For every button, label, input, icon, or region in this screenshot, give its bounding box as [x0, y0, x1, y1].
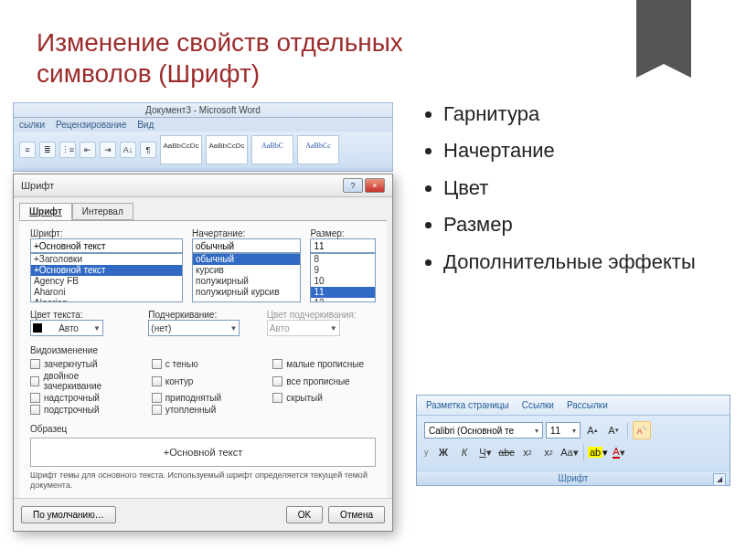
list-item[interactable]: 9	[311, 265, 375, 276]
tab-font[interactable]: Шрифт	[19, 203, 72, 220]
color-swatch-icon	[33, 323, 42, 333]
indent-decrease-icon[interactable]: ⇤	[80, 142, 96, 158]
effects-label: Видоизменение	[30, 345, 376, 355]
bookmark-decoration	[636, 0, 691, 64]
change-case-icon[interactable]: Aa▾	[560, 443, 579, 461]
combo-value: Авто	[270, 323, 290, 333]
label-color: Цвет текста:	[30, 310, 139, 320]
chevron-down-icon: ▾	[535, 427, 538, 435]
chevron-down-icon: ▼	[93, 324, 101, 333]
style-preview[interactable]: AaBbC	[251, 135, 293, 164]
word-ribbon: Документ3 - Microsoft Word сылки Рецензи…	[13, 102, 393, 172]
close-button[interactable]: ×	[365, 178, 385, 193]
bullet-item: Размер	[443, 213, 718, 237]
list-item[interactable]: +Заголовки	[31, 254, 182, 265]
ribbon-tab[interactable]: сылки	[19, 120, 45, 130]
style-input[interactable]	[192, 238, 301, 253]
strikethrough-icon[interactable]: abc	[497, 443, 516, 461]
underline-color-combo: Авто ▼	[267, 320, 340, 336]
superscript-icon[interactable]: x2	[539, 443, 558, 461]
list-multilevel-icon[interactable]: ⋮≡	[59, 142, 76, 158]
font-color-combo[interactable]: Авто ▼	[30, 320, 103, 336]
shrink-font-icon[interactable]: A▾	[604, 421, 623, 439]
clipboard-edge: у	[424, 448, 432, 457]
checkbox-shadow[interactable]: с тенью	[152, 359, 255, 369]
highlight-icon[interactable]: ab▾	[589, 443, 607, 461]
font-family-combo[interactable]: Calibri (Основной те ▾	[424, 422, 543, 438]
window-title: Документ3 - Microsoft Word	[14, 103, 392, 118]
help-button[interactable]: ?	[343, 178, 363, 193]
style-preview[interactable]: AaBbCcDc	[160, 135, 202, 164]
list-item[interactable]: полужирный курсив	[193, 287, 300, 298]
list-item[interactable]: обычный	[193, 254, 300, 265]
list-item[interactable]: полужирный	[193, 276, 300, 287]
label-size: Размер:	[310, 228, 376, 238]
bold-icon[interactable]: Ж	[434, 443, 453, 461]
default-button[interactable]: По умолчанию…	[21, 506, 116, 523]
font-input[interactable]	[30, 238, 183, 253]
underline-icon[interactable]: Ч▾	[476, 443, 495, 461]
bullet-item: Начертание	[443, 139, 718, 163]
checkbox-double-strike[interactable]: двойное зачеркивание	[30, 371, 133, 391]
list-item[interactable]: Aharoni	[31, 287, 182, 298]
bullet-list: Гарнитура Начертание Цвет Размер Дополни…	[425, 102, 718, 287]
checkbox-strikethrough[interactable]: зачеркнутый	[30, 359, 133, 369]
font-size-combo[interactable]: 11 ▾	[546, 422, 581, 438]
grow-font-icon[interactable]: A▴	[583, 421, 602, 439]
sample-label: Образец	[30, 424, 376, 434]
list-item[interactable]: 12	[311, 298, 375, 302]
size-list[interactable]: 8 9 10 11 12	[310, 253, 376, 302]
bullet-item: Цвет	[443, 176, 718, 200]
checkbox-superscript[interactable]: надстрочный	[30, 393, 133, 403]
italic-icon[interactable]: К	[455, 443, 474, 461]
font-color-icon[interactable]: A▾	[610, 443, 628, 461]
checkbox-subscript[interactable]: подстрочный	[30, 405, 133, 415]
cancel-button[interactable]: Отмена	[328, 506, 385, 523]
list-item[interactable]: 11	[311, 287, 375, 298]
list-item[interactable]: Agency FB	[31, 276, 182, 287]
ok-button[interactable]: OK	[286, 506, 323, 523]
underline-combo[interactable]: (нет) ▼	[148, 320, 240, 336]
ribbon-tabs: сылки Рецензирование Вид	[14, 118, 392, 132]
list-item[interactable]: 8	[311, 254, 375, 265]
ribbon-tab[interactable]: Рассылки	[567, 400, 608, 410]
label-underline: Подчеркивание:	[148, 310, 257, 320]
sample-preview: +Основной текст	[30, 438, 376, 467]
ribbon-tab[interactable]: Рецензирование	[56, 120, 126, 130]
list-item[interactable]: 10	[311, 276, 375, 287]
font-list[interactable]: +Заголовки +Основной текст Agency FB Aha…	[30, 253, 183, 302]
ribbon-tab[interactable]: Разметка страницы	[426, 400, 509, 410]
checkbox-engrave[interactable]: утопленный	[152, 405, 255, 415]
style-preview[interactable]: AaBbCcDc	[206, 135, 248, 164]
list-numbered-icon[interactable]: ≣	[39, 142, 56, 158]
size-input[interactable]	[310, 238, 376, 253]
checkbox-allcaps[interactable]: все прописные	[272, 371, 376, 391]
subscript-icon[interactable]: x2	[518, 443, 537, 461]
checkbox-outline[interactable]: контур	[152, 371, 255, 391]
dialog-launcher-icon[interactable]: ◢	[713, 473, 726, 486]
indent-increase-icon[interactable]: ⇥	[100, 142, 116, 158]
font-dialog: Шрифт ? × Шрифт Интервал Шрифт: +Заголов…	[13, 174, 393, 532]
list-item[interactable]: +Основной текст	[31, 265, 182, 276]
separator	[583, 444, 584, 460]
ribbon-tab[interactable]: Вид	[137, 120, 154, 130]
list-item[interactable]: курсив	[193, 265, 300, 276]
checkbox-emboss[interactable]: приподнятый	[152, 393, 255, 403]
group-label-font: Шрифт ◢	[417, 470, 730, 485]
tab-spacing[interactable]: Интервал	[72, 203, 133, 220]
dialog-titlebar: Шрифт ? ×	[14, 174, 392, 197]
checkbox-hidden[interactable]: скрытый	[272, 393, 376, 403]
ribbon-tab[interactable]: Ссылки	[522, 400, 554, 410]
clear-formatting-icon[interactable]: A	[633, 421, 651, 439]
svg-text:A: A	[637, 427, 643, 436]
paragraph-marks-icon[interactable]: ¶	[140, 142, 156, 158]
list-bullets-icon[interactable]: ≡	[19, 142, 36, 158]
dialog-title: Шрифт	[21, 180, 54, 191]
checkbox-smallcaps[interactable]: малые прописные	[272, 359, 376, 369]
combo-value: (нет)	[151, 323, 171, 333]
style-preview[interactable]: AaBbCc	[297, 135, 339, 164]
style-list[interactable]: обычный курсив полужирный полужирный кур…	[192, 253, 301, 302]
combo-value: Авто	[59, 323, 79, 333]
sort-icon[interactable]: A↓	[120, 142, 136, 158]
list-item[interactable]: Algerian	[31, 298, 182, 302]
